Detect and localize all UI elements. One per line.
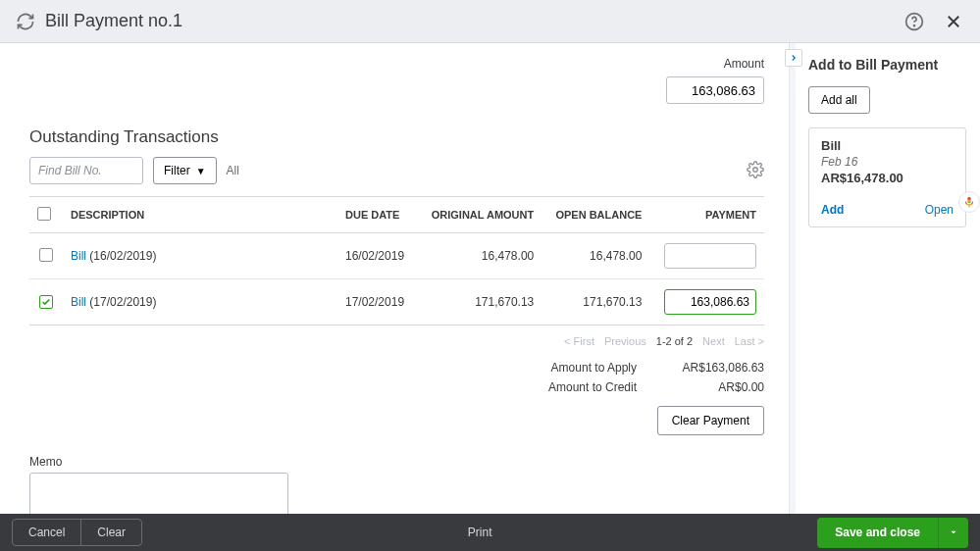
header: Bill Payment no.1 — [0, 0, 980, 43]
payment-input[interactable] — [664, 243, 756, 269]
table-row: Bill (16/02/2019) 16/02/2019 16,478.00 1… — [29, 233, 764, 279]
col-due-date: DUE DATE — [337, 197, 417, 233]
page-first[interactable]: < First — [564, 335, 594, 347]
main-content: Amount Outstanding Transactions Filter ▼… — [0, 43, 794, 514]
cancel-button[interactable]: Cancel — [13, 520, 80, 545]
bill-card-type: Bill — [821, 138, 954, 153]
filter-all-label: All — [227, 164, 239, 177]
cell-original-amount: 16,478.00 — [417, 233, 542, 279]
amount-input[interactable] — [666, 76, 764, 104]
bill-card: Bill Feb 16 AR$16,478.00 Add Open — [808, 127, 966, 227]
table-settings-icon[interactable] — [747, 161, 764, 181]
bill-date-text: (17/02/2019) — [89, 295, 156, 309]
bill-card-date: Feb 16 — [821, 155, 954, 169]
amount-label: Amount — [666, 57, 764, 71]
print-link[interactable]: Print — [468, 526, 492, 539]
sidebar-title: Add to Bill Payment — [808, 57, 966, 73]
cell-original-amount: 171,670.13 — [417, 279, 542, 326]
collapse-panel-icon[interactable] — [785, 49, 802, 67]
footer: Cancel Clear Print Save and close — [0, 514, 980, 551]
close-icon[interactable] — [943, 11, 964, 32]
memo-textarea[interactable] — [29, 473, 288, 514]
col-original-amount: ORIGINAL AMOUNT — [417, 197, 542, 233]
voice-icon[interactable] — [958, 191, 980, 213]
page-last[interactable]: Last > — [735, 335, 764, 347]
caret-down-icon: ▼ — [196, 166, 206, 176]
save-dropdown-toggle[interactable] — [938, 518, 968, 548]
col-open-balance: OPEN BALANCE — [542, 197, 649, 233]
cell-due-date: 16/02/2019 — [337, 233, 417, 279]
bill-link[interactable]: Bill — [71, 295, 86, 309]
amount-credit-value: AR$0.00 — [656, 380, 764, 394]
side-panel: Add to Bill Payment Add all Bill Feb 16 … — [794, 43, 980, 514]
svg-point-2 — [753, 167, 758, 172]
amount-credit-label: Amount to Credit — [529, 380, 637, 394]
col-description: DESCRIPTION — [63, 197, 337, 233]
table-row: Bill (17/02/2019) 17/02/2019 171,670.13 … — [29, 279, 764, 326]
cell-due-date: 17/02/2019 — [337, 279, 417, 326]
bill-date-text: (16/02/2019) — [89, 249, 156, 263]
bill-card-open[interactable]: Open — [925, 203, 954, 217]
col-payment: PAYMENT — [649, 197, 764, 233]
svg-rect-3 — [967, 197, 971, 203]
add-all-button[interactable]: Add all — [808, 86, 870, 114]
row-checkbox[interactable] — [39, 295, 53, 309]
filter-button[interactable]: Filter ▼ — [153, 157, 217, 184]
clear-button[interactable]: Clear — [80, 520, 141, 545]
bill-card-add[interactable]: Add — [821, 203, 844, 217]
bill-link[interactable]: Bill — [71, 249, 86, 263]
clear-payment-button[interactable]: Clear Payment — [657, 406, 764, 435]
bill-card-amount: AR$16,478.00 — [821, 171, 954, 185]
page-next[interactable]: Next — [702, 335, 725, 347]
find-bill-input[interactable] — [29, 157, 143, 184]
pagination: < First Previous 1-2 of 2 Next Last > — [29, 335, 764, 347]
page-previous[interactable]: Previous — [604, 335, 646, 347]
amount-apply-label: Amount to Apply — [529, 361, 637, 375]
transactions-table: DESCRIPTION DUE DATE ORIGINAL AMOUNT OPE… — [29, 196, 764, 326]
page-title: Bill Payment no.1 — [45, 11, 182, 31]
select-all-checkbox[interactable] — [37, 207, 51, 221]
save-and-close-button[interactable]: Save and close — [817, 518, 938, 548]
amount-apply-value: AR$163,086.63 — [656, 361, 764, 375]
row-checkbox[interactable] — [39, 248, 53, 262]
help-icon[interactable] — [903, 11, 925, 32]
memo-label: Memo — [29, 455, 764, 469]
cell-open-balance: 171,670.13 — [542, 279, 649, 326]
filter-label: Filter — [164, 164, 190, 177]
payment-input[interactable] — [664, 289, 756, 315]
recurring-icon[interactable] — [16, 12, 35, 31]
section-title: Outstanding Transactions — [29, 127, 764, 147]
page-range: 1-2 of 2 — [656, 335, 693, 347]
cell-open-balance: 16,478.00 — [542, 233, 649, 279]
svg-point-1 — [914, 25, 915, 25]
